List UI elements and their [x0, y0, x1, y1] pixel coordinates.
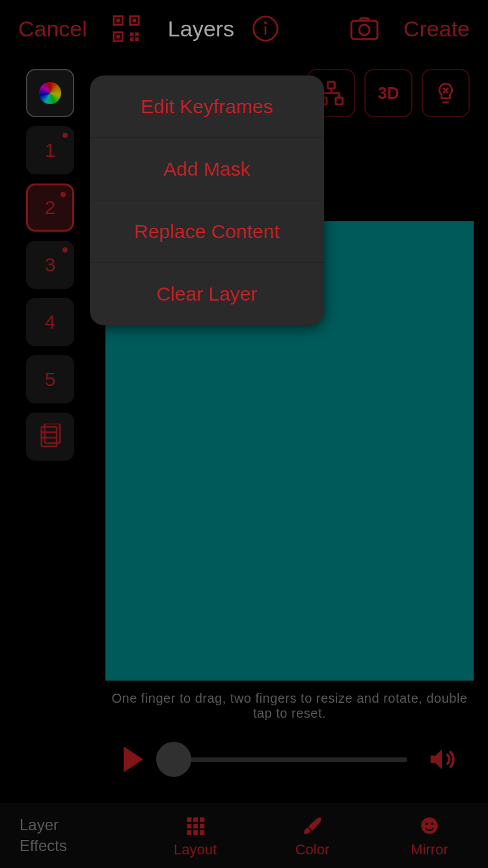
menu-edit-keyframes[interactable]: Edit Keyframes	[90, 75, 324, 138]
layer-action-menu: Edit Keyframes Add Mask Replace Content …	[90, 75, 324, 325]
menu-clear-layer[interactable]: Clear Layer	[90, 263, 324, 325]
menu-add-mask[interactable]: Add Mask	[90, 138, 324, 200]
menu-replace-content[interactable]: Replace Content	[90, 200, 324, 263]
